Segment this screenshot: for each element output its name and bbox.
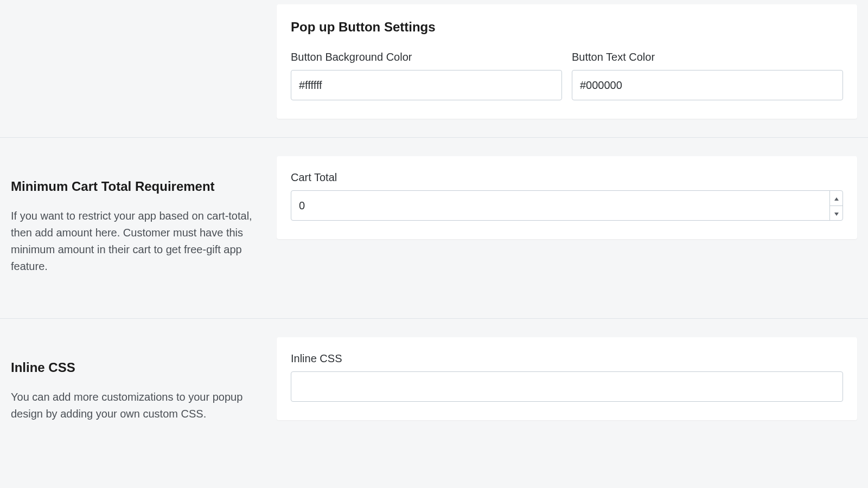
cart-total-label: Cart Total: [291, 171, 843, 184]
popup-button-title: Pop up Button Settings: [291, 20, 843, 35]
inline-css-card: Inline CSS: [277, 337, 857, 420]
section-inline-css: Inline CSS You can add more customizatio…: [0, 319, 868, 471]
bg-color-field: Button Background Color: [291, 51, 562, 100]
cart-total-input[interactable]: [291, 191, 829, 220]
min-cart-heading: Minimum Cart Total Requirement: [11, 178, 260, 195]
section-popup-button: Pop up Button Settings Button Background…: [0, 0, 868, 138]
chevron-down-icon: [834, 208, 839, 218]
min-cart-card: Cart Total: [277, 156, 857, 239]
cart-total-wrap: [291, 190, 843, 221]
svg-marker-0: [834, 197, 839, 201]
chevron-up-icon: [834, 193, 839, 203]
text-color-label: Button Text Color: [572, 51, 843, 63]
popup-button-card: Pop up Button Settings Button Background…: [277, 4, 857, 119]
section-min-cart: Minimum Cart Total Requirement If you wa…: [0, 138, 868, 319]
svg-marker-1: [834, 213, 839, 216]
inline-css-input[interactable]: [291, 371, 843, 402]
section-min-cart-left: Minimum Cart Total Requirement If you wa…: [11, 156, 277, 297]
text-color-input[interactable]: [572, 70, 843, 100]
text-color-field: Button Text Color: [572, 51, 843, 100]
bg-color-input[interactable]: [291, 70, 562, 100]
inline-css-label: Inline CSS: [291, 352, 843, 365]
cart-total-spinners: [829, 191, 843, 220]
inline-css-heading: Inline CSS: [11, 359, 260, 376]
inline-css-desc: You can add more customizations to your …: [11, 389, 260, 422]
bg-color-label: Button Background Color: [291, 51, 562, 63]
section-inline-css-left: Inline CSS You can add more customizatio…: [11, 337, 277, 444]
min-cart-desc: If you want to restrict your app based o…: [11, 208, 260, 275]
section-popup-button-left: [11, 4, 277, 119]
cart-total-up-button[interactable]: [830, 191, 843, 206]
cart-total-down-button[interactable]: [830, 206, 843, 221]
